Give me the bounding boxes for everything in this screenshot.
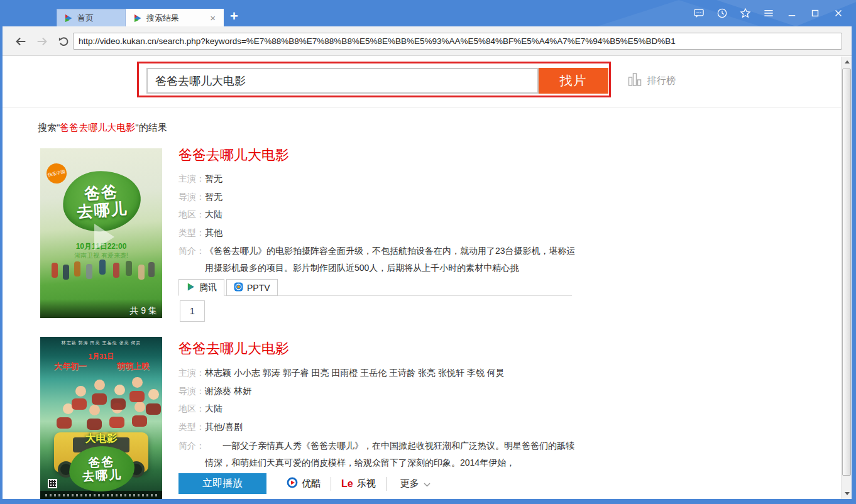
letv-icon: Le [341,478,353,490]
site-search-section: 找片 排行榜 [3,57,841,107]
back-icon[interactable] [11,32,30,51]
scrollbar-down-icon[interactable] [842,488,852,499]
source-letv[interactable]: Le 乐视 [341,478,376,490]
chevron-down-icon [424,478,431,489]
field-label: 导演： [178,191,205,203]
feedback-icon[interactable] [687,0,710,26]
browser-window: 首页 搜索结果 × + [0,0,856,504]
field-label: 类型： [178,227,205,239]
site-favicon-icon [63,13,74,23]
poster-release-left: 大年初一 [54,361,87,372]
field-value: 一部父子亲情真人秀《爸爸去哪儿》，在中国掀起收视狂潮和广泛热议。明星爸爸们的舐犊… [205,437,577,471]
pptv-icon [234,282,243,293]
field-director: 导演：暂无 [178,191,222,203]
field-value: 其他/喜剧 [205,421,243,433]
field-value: 大陆 [205,403,222,415]
maximize-icon[interactable] [803,0,826,26]
field-value: 《爸爸去哪儿》的电影拍摄阵容全面升级，不包括航拍设备在内，就动用了23台摄影机，… [205,243,577,277]
tab-home[interactable]: 首页 [57,9,126,26]
poster-figures [72,398,87,410]
minimize-icon[interactable] [780,0,803,26]
tencent-video-icon [186,282,195,293]
source-tab-tencent[interactable]: 腾讯 [178,279,224,296]
poster-subtitle: 湖南卫视 有爱来袭! [40,251,162,260]
show-logo-line1: 爸爸 [88,455,115,469]
poster-figures [52,263,58,278]
tab-search-results[interactable]: 搜索结果 × [126,9,224,26]
close-tab-icon[interactable]: × [209,13,217,23]
navigation-toolbar [3,26,852,56]
poster-release-right: 萌萌上映 [117,361,150,372]
source-youku[interactable]: 优酷 [287,477,321,490]
field-value: 暂无 [205,191,222,203]
field-label: 主演： [178,367,205,379]
play-overlay-icon[interactable] [94,224,114,250]
field-genre: 类型：其他/喜剧 [178,421,243,433]
source-tab-label: 腾讯 [199,282,217,293]
source-tab-label: PPTV [247,283,270,293]
play-now-button[interactable]: 立即播放 [178,473,266,494]
source-label: 优酷 [302,478,321,490]
field-starring: 主演：林志颖 小小志 郭涛 郭子睿 田亮 田雨橙 王岳伦 王诗龄 张亮 张悦轩 … [178,367,505,379]
ranking-link[interactable]: 排行榜 [628,72,676,89]
scrollbar-thumb[interactable] [842,68,851,476]
result-1-poster[interactable]: 快乐中国 爸爸 去哪儿 10月11日22:00 湖南卫视 有爱来袭! 共 9 集 [40,148,162,318]
ranking-label: 排行榜 [647,75,676,87]
source-tab-pptv[interactable]: PPTV [226,279,278,296]
field-value: 谢涤葵 林妍 [205,385,251,397]
field-genre: 类型：其他 [178,227,222,239]
show-logo-line2: 去哪儿 [77,199,129,221]
titlebar: 首页 搜索结果 × + [0,0,856,26]
source-tabs: 腾讯 PPTV [178,279,572,296]
field-region: 地区：大陆 [178,209,222,221]
refresh-icon[interactable] [54,32,73,51]
result-1-title[interactable]: 爸爸去哪儿大电影 [178,146,289,165]
new-tab-button[interactable]: + [224,8,243,26]
movie-tag: 大电影 [40,431,162,446]
results-header-suffix: "的结果 [135,122,167,133]
show-logo-line1: 爸爸 [84,182,119,202]
divider [331,477,331,491]
field-label: 简介： [178,437,205,471]
field-label: 类型： [178,421,205,433]
poster-date: 1月31日 [40,352,162,361]
forward-icon[interactable] [33,32,52,51]
browser-body: 找片 排行榜 搜索"爸爸去哪儿大电影"的结果 快乐中国 [3,26,852,499]
result-2-actions: 立即播放 优酷 Le 乐视 更多 [178,473,431,494]
field-value: 其他 [205,227,222,239]
search-results: 搜索"爸爸去哪儿大电影"的结果 快乐中国 爸爸 去哪儿 10月11日22:00 … [3,108,841,499]
results-header-prefix: 搜索" [38,122,60,133]
field-value: 林志颖 小小志 郭涛 郭子睿 田亮 田雨橙 王岳伦 王诗龄 张亮 张悦轩 李锐 … [205,367,505,379]
field-label: 主演： [178,173,205,185]
youku-icon [287,477,298,490]
result-2-title[interactable]: 爸爸去哪儿大电影 [178,339,289,358]
video-search-input[interactable] [146,68,539,94]
more-label: 更多 [400,478,419,490]
vertical-scrollbar[interactable] [841,57,852,499]
field-label: 导演： [178,385,205,397]
field-region: 地区：大陆 [178,403,222,415]
episode-badge: 共 9 集 [40,299,162,318]
scrollbar-up-icon[interactable] [842,57,852,67]
source-label: 乐视 [357,478,376,490]
favorites-star-icon[interactable] [733,0,757,26]
poster-cast-credits: 林志颖 郭涛 田亮 王岳伦 张亮 何炅 [40,340,162,346]
results-header: 搜索"爸爸去哪儿大电影"的结果 [38,122,167,134]
tab-search-results-label: 搜索结果 [146,13,209,24]
field-synopsis: 简介：《爸爸去哪儿》的电影拍摄阵容全面升级，不包括航拍设备在内，就动用了23台摄… [178,243,577,277]
field-starring: 主演：暂无 [178,173,222,185]
address-bar-input[interactable] [73,33,842,50]
find-video-button[interactable]: 找片 [539,68,608,94]
menu-icon[interactable] [757,0,780,26]
field-label: 简介： [178,243,205,277]
close-window-icon[interactable] [826,0,850,26]
field-value: 大陆 [205,209,222,221]
pagination-page-1[interactable]: 1 [180,300,205,322]
field-label: 地区： [178,403,205,415]
history-icon[interactable] [710,0,733,26]
show-logo-line2: 去哪儿 [82,468,123,483]
field-label: 地区： [178,209,205,221]
result-2-poster[interactable]: 林志颖 郭涛 田亮 王岳伦 张亮 何炅 1月31日 大年初一 萌萌上映 大电影 … [40,337,162,499]
field-synopsis: 简介： 一部父子亲情真人秀《爸爸去哪儿》，在中国掀起收视狂潮和广泛热议。明星爸爸… [178,437,577,471]
more-sources-button[interactable]: 更多 [400,478,431,490]
